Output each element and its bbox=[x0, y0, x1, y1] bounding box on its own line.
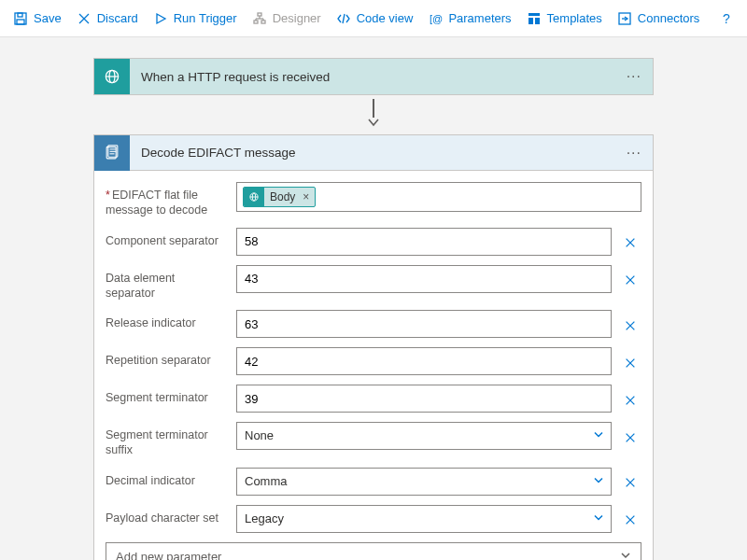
segment-terminator-suffix-select[interactable]: None bbox=[236, 422, 612, 450]
action-menu-button[interactable]: ··· bbox=[627, 145, 641, 161]
remove-field-button[interactable] bbox=[619, 389, 641, 412]
save-icon bbox=[13, 11, 28, 26]
field-data-element-separator: Data element separator bbox=[106, 265, 641, 301]
select-value: None bbox=[236, 422, 612, 450]
chevron-down-icon bbox=[620, 550, 631, 560]
field-component-separator: Component separator bbox=[106, 228, 641, 256]
designer-label: Designer bbox=[273, 11, 321, 25]
remove-field-button[interactable] bbox=[619, 427, 641, 449]
svg-rect-7 bbox=[254, 21, 258, 23]
token-remove[interactable]: × bbox=[301, 190, 315, 203]
svg-text:[@]: [@] bbox=[430, 13, 443, 24]
designer-button[interactable]: Designer bbox=[252, 11, 321, 26]
play-icon bbox=[153, 11, 168, 26]
field-release-indicator: Release indicator bbox=[106, 310, 641, 338]
field-label: Component separator bbox=[106, 228, 227, 248]
svg-rect-1 bbox=[17, 20, 24, 24]
connector-arrow bbox=[367, 99, 380, 127]
discard-label: Discard bbox=[97, 11, 138, 25]
action-title: Decode EDIFACT message bbox=[141, 146, 615, 160]
decimal-indicator-select[interactable]: Comma bbox=[236, 468, 612, 496]
parameters-label: Parameters bbox=[448, 11, 511, 25]
svg-line-13 bbox=[343, 14, 345, 23]
message-input[interactable]: Body × bbox=[236, 182, 641, 212]
http-token-icon bbox=[244, 187, 264, 207]
svg-rect-8 bbox=[261, 21, 265, 23]
svg-rect-16 bbox=[529, 18, 533, 24]
field-label: Repetition separator bbox=[106, 347, 227, 368]
workflow: When a HTTP request is received ··· Deco… bbox=[93, 58, 654, 532]
field-label: Segment terminator suffix bbox=[106, 422, 227, 458]
trigger-menu-button[interactable]: ··· bbox=[627, 68, 641, 85]
field-label: *EDIFACT flat file message to decode bbox=[106, 182, 227, 218]
remove-field-button[interactable] bbox=[619, 269, 641, 291]
edifact-icon bbox=[94, 135, 130, 171]
discard-icon bbox=[77, 11, 92, 26]
templates-button[interactable]: Templates bbox=[527, 11, 602, 26]
trigger-card: When a HTTP request is received ··· bbox=[93, 58, 654, 95]
remove-field-button[interactable] bbox=[619, 231, 641, 254]
repetition-separator-input[interactable] bbox=[236, 347, 612, 375]
payload-charset-select[interactable]: Legacy bbox=[236, 505, 612, 533]
svg-text:?: ? bbox=[723, 11, 730, 26]
add-new-parameter[interactable]: Add new parameter bbox=[106, 542, 641, 561]
data-element-separator-input[interactable] bbox=[236, 265, 612, 293]
svg-marker-5 bbox=[157, 14, 165, 23]
field-repetition-separator: Repetition separator bbox=[106, 347, 641, 375]
remove-field-button[interactable] bbox=[619, 471, 641, 494]
field-label: Segment terminator bbox=[106, 385, 227, 405]
add-param-label: Add new parameter bbox=[116, 550, 221, 560]
connectors-button[interactable]: Connectors bbox=[617, 11, 699, 26]
help-icon: ? bbox=[719, 11, 734, 26]
save-button[interactable]: Save bbox=[13, 11, 62, 26]
connectors-label: Connectors bbox=[638, 11, 699, 25]
field-message-to-decode: *EDIFACT flat file message to decode Bod… bbox=[106, 182, 641, 218]
parameters-icon: [@] bbox=[428, 11, 443, 26]
trigger-title: When a HTTP request is received bbox=[141, 70, 615, 84]
svg-rect-2 bbox=[18, 13, 22, 17]
run-trigger-label: Run Trigger bbox=[174, 11, 237, 25]
templates-icon bbox=[527, 11, 542, 26]
svg-rect-15 bbox=[529, 13, 540, 16]
discard-button[interactable]: Discard bbox=[77, 11, 138, 26]
templates-label: Templates bbox=[547, 11, 602, 25]
field-label: Data element separator bbox=[106, 265, 227, 301]
designer-icon bbox=[252, 11, 267, 26]
remove-field-button[interactable] bbox=[619, 315, 641, 337]
field-label: Decimal indicator bbox=[106, 468, 227, 488]
http-trigger-icon bbox=[94, 59, 130, 94]
field-segment-terminator-suffix: Segment terminator suffix None bbox=[106, 422, 641, 458]
save-label: Save bbox=[34, 11, 62, 25]
run-trigger-button[interactable]: Run Trigger bbox=[153, 11, 237, 26]
segment-terminator-input[interactable] bbox=[236, 385, 612, 413]
code-view-label: Code view bbox=[357, 11, 414, 25]
field-label: Release indicator bbox=[106, 310, 227, 330]
field-label: Payload character set bbox=[106, 505, 227, 525]
action-body: *EDIFACT flat file message to decode Bod… bbox=[94, 171, 653, 560]
field-segment-terminator: Segment terminator bbox=[106, 385, 641, 413]
designer-canvas: When a HTTP request is received ··· Deco… bbox=[0, 37, 747, 560]
release-indicator-input[interactable] bbox=[236, 310, 612, 338]
toolbar: Save Discard Run Trigger Designer Code v… bbox=[0, 0, 747, 37]
token-label: Body bbox=[264, 190, 301, 203]
svg-rect-6 bbox=[258, 13, 261, 16]
select-value: Legacy bbox=[236, 505, 612, 533]
field-decimal-indicator: Decimal indicator Comma bbox=[106, 468, 641, 496]
remove-field-button[interactable] bbox=[619, 509, 641, 531]
remove-field-button[interactable] bbox=[619, 352, 641, 374]
connectors-icon bbox=[617, 11, 632, 26]
action-card: Decode EDIFACT message ··· *EDIFACT flat… bbox=[93, 134, 654, 560]
help-button[interactable]: ? bbox=[719, 11, 734, 26]
component-separator-input[interactable] bbox=[236, 228, 612, 256]
code-view-icon bbox=[336, 11, 351, 26]
parameters-button[interactable]: [@] Parameters bbox=[428, 11, 511, 26]
trigger-header[interactable]: When a HTTP request is received ··· bbox=[94, 59, 653, 94]
action-header[interactable]: Decode EDIFACT message ··· bbox=[94, 135, 653, 171]
select-value: Comma bbox=[236, 468, 612, 496]
code-view-button[interactable]: Code view bbox=[336, 11, 414, 26]
svg-rect-17 bbox=[535, 18, 540, 24]
body-token[interactable]: Body × bbox=[243, 187, 316, 207]
field-payload-character-set: Payload character set Legacy bbox=[106, 505, 641, 533]
